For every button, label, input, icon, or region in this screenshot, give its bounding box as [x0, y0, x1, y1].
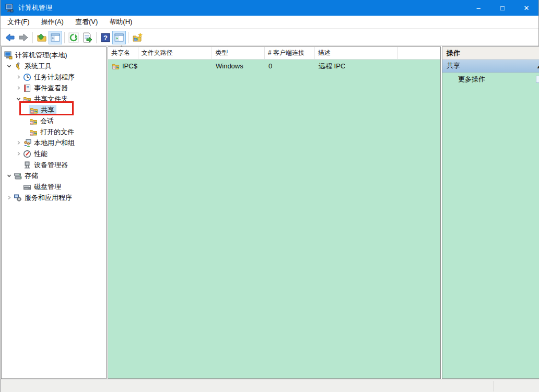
- tree-item-label: 本地用户和组: [34, 138, 75, 148]
- folder-path-cell: [138, 60, 213, 73]
- tree-item-storage[interactable]: 存储: [2, 170, 106, 181]
- column-type[interactable]: 类型: [212, 47, 265, 59]
- actions-group-label: 共享: [447, 61, 460, 70]
- tree-item-system-tools[interactable]: 系统工具: [2, 61, 106, 72]
- chevron-down-icon[interactable]: [5, 62, 13, 70]
- tree-item-event-viewer[interactable]: 事件查看器: [2, 82, 106, 93]
- close-button[interactable]: ✕: [514, 0, 538, 16]
- menu-help[interactable]: 帮助(H): [103, 16, 138, 28]
- menu-file[interactable]: 文件(F): [2, 16, 36, 28]
- console-tree: 计算机管理(本地) 系统工具 任务计划程序 事件查看器: [2, 47, 106, 203]
- tree-item-label: 计算机管理(本地): [15, 51, 67, 60]
- tree-item-label: 设备管理器: [34, 160, 68, 170]
- chevron-down-icon[interactable]: [5, 172, 13, 180]
- show-action-pane-button[interactable]: [112, 31, 126, 44]
- chevron-right-icon[interactable]: [14, 139, 22, 147]
- menu-bar: 文件(F) 操作(A) 查看(V) 帮助(H): [1, 16, 538, 29]
- titlebar: 计算机管理 – □ ✕: [1, 0, 538, 16]
- tree-item-open-files[interactable]: 23 打开的文件: [2, 126, 106, 137]
- tree-item-shared-folders[interactable]: 23 共享文件夹: [2, 93, 106, 104]
- tree-item-task-scheduler[interactable]: 任务计划程序: [2, 72, 106, 82]
- tree-item-disk-management[interactable]: 磁盘管理: [2, 181, 106, 192]
- more-actions-arrow-icon[interactable]: [536, 76, 539, 83]
- tree-item-label: 磁盘管理: [34, 182, 61, 192]
- toolbar-separator: [64, 32, 65, 43]
- event-viewer-icon: [22, 84, 31, 92]
- show-console-tree-icon: [50, 32, 61, 43]
- column-folder-path[interactable]: 文件夹路径: [138, 47, 213, 59]
- show-action-pane-icon: [114, 32, 124, 43]
- tree-item-label: 存储: [25, 171, 38, 181]
- back-icon: [5, 32, 15, 43]
- device-manager-icon: [22, 161, 31, 169]
- forward-icon: [18, 32, 29, 43]
- menu-action[interactable]: 操作(A): [36, 16, 69, 28]
- svg-text:23: 23: [24, 100, 27, 102]
- forward-button[interactable]: [17, 31, 30, 44]
- tree-item-label: 共享: [41, 105, 54, 115]
- shared-folder-icon: 23: [29, 117, 38, 125]
- menu-view[interactable]: 查看(V): [69, 16, 103, 28]
- help-button[interactable]: ?: [99, 31, 112, 44]
- shared-folder-icon: 23: [29, 106, 38, 114]
- client-connections-cell: 0: [265, 60, 315, 73]
- show-console-tree-button[interactable]: [49, 31, 62, 44]
- performance-icon: [22, 150, 31, 158]
- tree-item-computer-management[interactable]: 计算机管理(本地): [2, 50, 106, 61]
- chevron-right-icon[interactable]: [5, 194, 13, 202]
- list-header: ˆ 共享名 文件夹路径 类型 # 客户端连接 描述: [108, 47, 440, 60]
- storage-icon: [13, 172, 22, 180]
- window-controls: – □ ✕: [466, 0, 538, 16]
- more-actions-item[interactable]: 更多操作: [442, 73, 539, 86]
- tree-item-label: 性能: [34, 149, 48, 159]
- column-client-connections[interactable]: # 客户端连接: [265, 47, 315, 59]
- main-area: 计算机管理(本地) 系统工具 任务计划程序 事件查看器: [1, 46, 539, 379]
- sort-ascending-icon: ˆ: [121, 45, 122, 51]
- more-actions-label: 更多操作: [458, 75, 485, 84]
- toolbar-separator: [32, 32, 33, 43]
- tree-item-sessions[interactable]: 23 会话: [2, 115, 106, 126]
- tree-item-services-applications[interactable]: 服务和应用程序: [2, 192, 106, 203]
- chevron-right-icon[interactable]: [14, 150, 22, 158]
- minimize-button[interactable]: –: [466, 0, 490, 16]
- svg-text:23: 23: [30, 111, 33, 113]
- task-scheduler-icon: [22, 73, 31, 81]
- export-list-button[interactable]: [80, 31, 94, 44]
- up-folder-button[interactable]: [35, 31, 49, 44]
- toolbar-separator: [96, 32, 97, 43]
- share-folder-icon: [132, 32, 143, 43]
- svg-text:23: 23: [30, 133, 33, 135]
- description-cell: 远程 IPC: [315, 60, 399, 73]
- back-button[interactable]: [3, 31, 17, 44]
- chevron-down-icon[interactable]: [14, 95, 22, 103]
- shared-folder-icon: 23: [111, 62, 120, 70]
- tree-item-local-users-groups[interactable]: 本地用户和组: [2, 137, 106, 148]
- console-tree-pane: 计算机管理(本地) 系统工具 任务计划程序 事件查看器: [1, 46, 107, 379]
- collapse-arrow-icon[interactable]: ▲: [536, 64, 539, 69]
- maximize-button[interactable]: □: [490, 0, 514, 16]
- refresh-button[interactable]: [67, 31, 80, 44]
- column-description[interactable]: 描述: [315, 47, 398, 59]
- export-list-icon: [82, 32, 92, 43]
- tree-selection-highlight: 23 共享: [29, 105, 56, 115]
- tree-item-label: 打开的文件: [40, 127, 74, 137]
- tree-item-label: 任务计划程序: [34, 73, 75, 82]
- users-icon: [22, 139, 31, 147]
- shares-list-pane: ˆ 共享名 文件夹路径 类型 # 客户端连接 描述 23 IPC$ Window…: [108, 46, 441, 379]
- chevron-right-icon[interactable]: [14, 73, 22, 81]
- actions-group-shares[interactable]: 共享 ▲: [442, 60, 539, 73]
- services-icon: [13, 194, 22, 202]
- share-name-cell: 23 IPC$: [108, 60, 138, 73]
- new-share-button[interactable]: [131, 31, 144, 44]
- tree-item-performance[interactable]: 性能: [2, 148, 106, 159]
- svg-text:23: 23: [30, 122, 33, 124]
- chevron-right-icon[interactable]: [14, 84, 22, 92]
- tree-item-label: 会话: [40, 116, 54, 126]
- tree-item-shares[interactable]: 23 共享: [2, 104, 106, 115]
- tree-item-device-manager[interactable]: 设备管理器: [2, 159, 106, 170]
- actions-pane: 操作 共享 ▲ 更多操作: [442, 46, 539, 379]
- column-share-name[interactable]: 共享名: [108, 47, 138, 59]
- share-row-ipc[interactable]: 23 IPC$ Windows 0 远程 IPC: [108, 60, 440, 73]
- toolbar-separator: [128, 32, 128, 43]
- status-bar-divider: [493, 381, 494, 391]
